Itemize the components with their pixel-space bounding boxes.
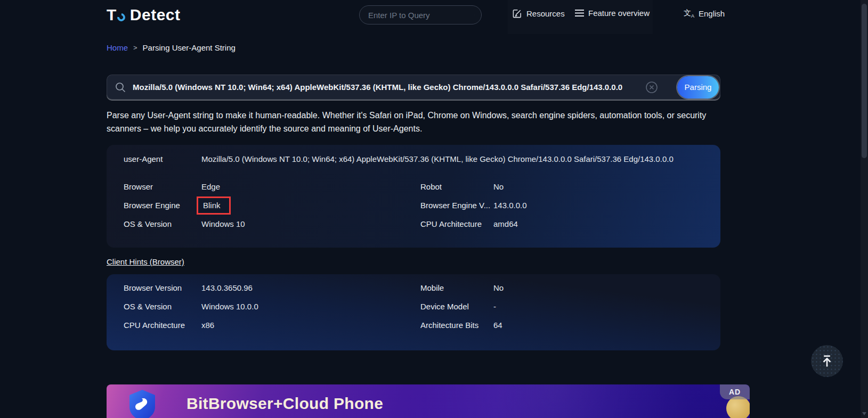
table-row: Browser Version 143.0.3650.96 Mobile No bbox=[124, 283, 703, 292]
nav-item-resources[interactable]: Resources bbox=[512, 9, 565, 19]
row-value: Windows 10 bbox=[201, 219, 420, 228]
row-value: 143.0.0.0 bbox=[493, 201, 703, 210]
nav-label: Resources bbox=[526, 9, 565, 18]
row-value: Mozilla/5.0 (Windows NT 10.0; Win64; x64… bbox=[201, 154, 703, 163]
row-label: user-Agent bbox=[124, 154, 201, 163]
table-row: Browser Engine Blink Browser Engine V...… bbox=[124, 201, 703, 215]
logo-text: Detect bbox=[130, 6, 181, 24]
logo[interactable]: TDetect bbox=[107, 6, 181, 24]
row-label: Mobile bbox=[420, 283, 493, 292]
client-hints-panel: Browser Version 143.0.3650.96 Mobile No … bbox=[107, 274, 720, 350]
nav-item-feature-overview[interactable]: Feature overview bbox=[575, 9, 650, 18]
breadcrumb-current: Parsing User-Agent String bbox=[143, 43, 236, 52]
row-value: x86 bbox=[201, 321, 420, 330]
ua-query-input[interactable] bbox=[133, 83, 645, 92]
menu-icon bbox=[575, 9, 584, 17]
ad-banner[interactable]: BitBrowser+Cloud Phone AD bbox=[107, 384, 750, 418]
row-label: Device Model bbox=[420, 302, 493, 311]
ad-banner-title: BitBrowser+Cloud Phone bbox=[186, 395, 383, 413]
scroll-to-top-button[interactable] bbox=[811, 345, 843, 377]
nav-label: Feature overview bbox=[588, 9, 650, 18]
coin-decoration bbox=[726, 396, 750, 418]
table-row: OS & Version Windows 10 CPU Architecture… bbox=[124, 219, 703, 228]
search-icon[interactable] bbox=[474, 10, 475, 20]
row-value: amd64 bbox=[493, 219, 703, 228]
ua-query-bar[interactable]: Parsing bbox=[107, 75, 720, 100]
logo-letter-t: T bbox=[107, 6, 117, 24]
row-value: 143.0.3650.96 bbox=[201, 283, 420, 292]
row-label: Browser Engine bbox=[124, 201, 201, 210]
table-row: OS & Version Windows 10.0.0 Device Model… bbox=[124, 302, 703, 311]
row-label: Browser Version bbox=[124, 283, 201, 292]
table-row: user-Agent Mozilla/5.0 (Windows NT 10.0;… bbox=[124, 154, 703, 163]
ip-search-box[interactable] bbox=[359, 5, 482, 24]
arrow-up-to-bar-icon bbox=[820, 354, 834, 368]
scrollbar-down-arrow-icon[interactable] bbox=[862, 412, 866, 415]
ad-badge: AD bbox=[720, 384, 750, 399]
ua-result-panel: user-Agent Mozilla/5.0 (Windows NT 10.0;… bbox=[107, 145, 720, 248]
row-value: No bbox=[493, 283, 703, 292]
breadcrumb-home-link[interactable]: Home bbox=[107, 43, 128, 52]
row-label: Browser Engine V... bbox=[420, 201, 493, 210]
row-label: CPU Architecture bbox=[124, 321, 201, 330]
row-label: OS & Version bbox=[124, 219, 201, 228]
row-label: Robot bbox=[420, 182, 493, 191]
row-value: Blink bbox=[201, 201, 420, 215]
ip-search-input[interactable] bbox=[368, 11, 474, 20]
row-label: CPU Architecture bbox=[420, 219, 493, 228]
row-value-text: Blink bbox=[203, 201, 221, 210]
bitbrowser-logo-icon bbox=[127, 389, 158, 418]
breadcrumb: Home > Parsing User-Agent String bbox=[107, 43, 236, 52]
row-label: Architecture Bits bbox=[420, 321, 493, 330]
scrollbar-thumb[interactable] bbox=[862, 4, 867, 158]
client-hints-link[interactable]: Client Hints (Browser) bbox=[107, 257, 184, 266]
page-description: Parse any User-Agent string to make it h… bbox=[107, 109, 724, 136]
row-value: Windows 10.0.0 bbox=[201, 302, 420, 311]
table-row: Browser Edge Robot No bbox=[124, 182, 703, 191]
search-icon bbox=[115, 81, 126, 93]
nav-item-language[interactable]: 文A English bbox=[684, 9, 725, 19]
highlight-box: Blink bbox=[197, 196, 231, 215]
parsing-button[interactable]: Parsing bbox=[677, 76, 719, 99]
table-row: CPU Architecture x86 Architecture Bits 6… bbox=[124, 321, 703, 330]
clear-icon[interactable] bbox=[645, 81, 658, 94]
scrollbar-track[interactable] bbox=[861, 0, 868, 418]
row-label: OS & Version bbox=[124, 302, 201, 311]
nav-label: English bbox=[699, 9, 725, 18]
row-label: Browser bbox=[124, 182, 201, 191]
logo-o-icon bbox=[116, 11, 127, 22]
resources-icon bbox=[512, 9, 522, 19]
row-value: No bbox=[493, 182, 703, 191]
breadcrumb-separator: > bbox=[133, 44, 137, 52]
language-icon: 文A bbox=[684, 9, 694, 19]
row-value: 64 bbox=[493, 321, 703, 330]
row-value: Edge bbox=[201, 182, 420, 191]
row-value: - bbox=[493, 302, 703, 311]
